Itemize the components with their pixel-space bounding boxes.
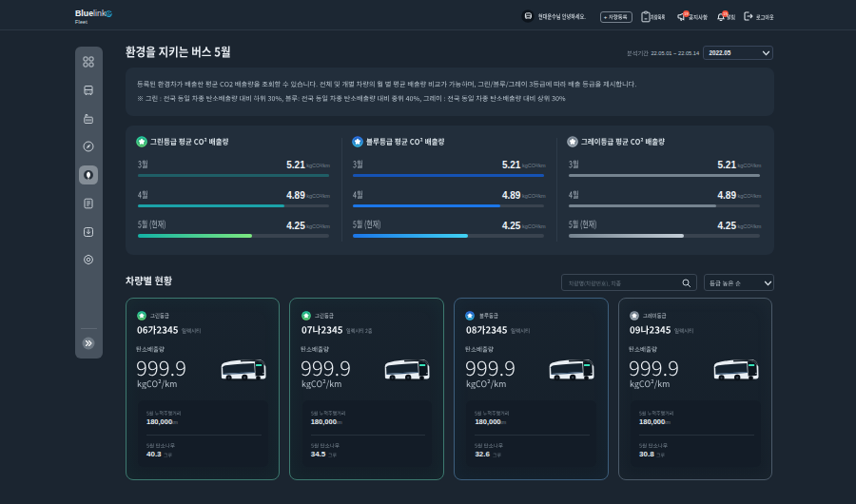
svg-text:19: 19 [684, 11, 688, 16]
